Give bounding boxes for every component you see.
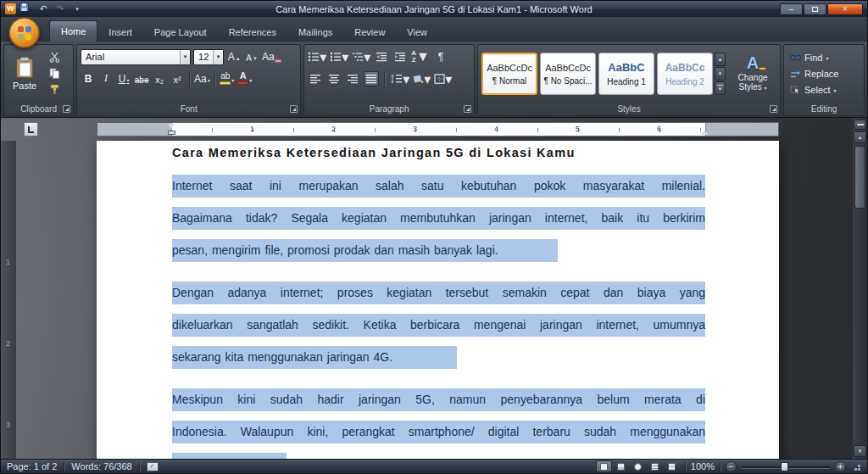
quick-access-dropdown[interactable]: ▾ bbox=[70, 3, 84, 15]
tab-stop-selector[interactable] bbox=[24, 122, 38, 137]
styles-gallery-down-button[interactable]: ▼ bbox=[715, 67, 726, 81]
tab-references[interactable]: References bbox=[218, 23, 287, 42]
minimize-button[interactable]: – bbox=[780, 3, 803, 15]
style-card-normal[interactable]: AaBbCcDc ¶ Normal bbox=[481, 53, 537, 95]
line-spacing-button[interactable]: ▾ bbox=[390, 71, 409, 86]
italic-button[interactable]: I bbox=[98, 71, 114, 86]
office-button[interactable] bbox=[8, 17, 40, 48]
show-paragraph-marks-button[interactable]: ¶ bbox=[433, 49, 448, 64]
styles-gallery-up-button[interactable]: ▲ bbox=[715, 53, 726, 66]
vertical-ruler[interactable]: 1 2 3 bbox=[1, 141, 16, 459]
zoom-in-button[interactable]: + bbox=[835, 461, 846, 472]
font-family-dropdown-icon[interactable]: ▾ bbox=[180, 50, 190, 64]
paragraph-dialog-launcher[interactable] bbox=[464, 105, 471, 113]
underline-button[interactable]: U▾ bbox=[116, 71, 131, 86]
style-card-heading1[interactable]: AaBbC Heading 1 bbox=[598, 53, 654, 95]
vertical-scrollbar[interactable]: ▲ ▼ bbox=[853, 118, 867, 459]
style-card-heading2[interactable]: AaBbCc Heading 2 bbox=[657, 53, 713, 95]
font-size-combo[interactable]: 12 ▾ bbox=[193, 49, 224, 65]
select-button[interactable]: Select ▾ bbox=[787, 83, 860, 97]
redo-button[interactable]: ↷ bbox=[53, 3, 67, 15]
align-right-button[interactable] bbox=[345, 71, 360, 86]
tab-page-layout[interactable]: Page Layout bbox=[143, 23, 218, 42]
undo-button[interactable]: ↶ bbox=[36, 3, 50, 15]
superscript-button[interactable]: x² bbox=[170, 71, 185, 86]
first-line-indent-marker[interactable] bbox=[168, 124, 175, 129]
font-color-button[interactable]: A▾ bbox=[237, 71, 253, 86]
paste-clipboard-icon bbox=[15, 57, 34, 79]
cut-button[interactable] bbox=[47, 51, 62, 64]
zoom-level[interactable]: 100% bbox=[691, 461, 715, 471]
right-indent-marker[interactable] bbox=[701, 130, 708, 135]
strikethrough-button[interactable]: abe bbox=[134, 71, 149, 86]
zoom-out-button[interactable]: − bbox=[726, 461, 737, 472]
tab-mailings[interactable]: Mailings bbox=[287, 23, 343, 42]
draft-view-button[interactable] bbox=[664, 460, 680, 472]
font-family-combo[interactable]: Arial ▾ bbox=[81, 49, 191, 65]
shrink-font-button[interactable]: A▼ bbox=[244, 49, 259, 64]
save-button[interactable] bbox=[19, 3, 33, 15]
font-dialog-launcher[interactable] bbox=[290, 105, 298, 113]
grow-font-button[interactable]: A▲ bbox=[226, 49, 242, 64]
zoom-slider[interactable] bbox=[742, 461, 830, 472]
eraser-icon bbox=[275, 59, 281, 63]
scroll-up-button[interactable]: ▲ bbox=[854, 131, 866, 143]
scroll-down-button[interactable]: ▼ bbox=[854, 445, 866, 457]
change-case-button[interactable]: Aa▾ bbox=[194, 71, 210, 86]
tab-view[interactable]: View bbox=[396, 23, 438, 42]
change-styles-button[interactable]: A Change Styles ▾ bbox=[729, 54, 776, 93]
copy-button[interactable] bbox=[47, 67, 62, 80]
font-color-bar bbox=[237, 81, 248, 85]
word-app-icon[interactable]: W bbox=[5, 3, 16, 14]
subscript-button[interactable]: x₂ bbox=[152, 71, 167, 86]
web-layout-view-button[interactable] bbox=[630, 460, 646, 472]
zoom-slider-thumb[interactable] bbox=[781, 462, 788, 471]
clipboard-dialog-launcher[interactable] bbox=[63, 105, 70, 113]
left-indent-marker[interactable] bbox=[168, 131, 175, 135]
find-button[interactable]: Find ▾ bbox=[787, 51, 860, 64]
outline-view-button[interactable] bbox=[647, 460, 663, 472]
justify-button[interactable] bbox=[364, 71, 379, 86]
borders-button[interactable]: ▾ bbox=[434, 71, 452, 86]
line-spacing-icon bbox=[390, 74, 403, 84]
horizontal-ruler[interactable]: 1 2 3 4 5 6 bbox=[97, 122, 779, 137]
window-title: Cara Memeriksa Ketersediaan Jaringan 5G … bbox=[1, 4, 867, 14]
document-page[interactable]: Cara Memeriksa Ketersediaan Jaringan 5G … bbox=[97, 141, 779, 459]
multilevel-list-button[interactable]: ▾ bbox=[352, 49, 370, 64]
paste-button[interactable]: Paste bbox=[8, 47, 42, 100]
align-center-button[interactable] bbox=[326, 71, 342, 86]
clear-formatting-button[interactable]: Aa bbox=[262, 49, 281, 64]
replace-button[interactable]: Replace bbox=[787, 67, 860, 81]
numbering-button[interactable]: ▾ bbox=[330, 49, 348, 64]
decrease-indent-button[interactable] bbox=[374, 49, 389, 64]
styles-gallery-more-button[interactable]: ▼ bbox=[715, 81, 726, 95]
text-line: pesan, mengirim file, promosi prodak dan… bbox=[172, 234, 705, 266]
tab-review[interactable]: Review bbox=[343, 23, 396, 42]
style-card-no-spacing[interactable]: AaBbCcDc ¶ No Spaci... bbox=[540, 53, 596, 95]
full-screen-icon bbox=[617, 463, 625, 471]
align-left-button[interactable] bbox=[308, 71, 323, 86]
resize-grip[interactable] bbox=[851, 461, 861, 471]
increase-indent-button[interactable] bbox=[392, 49, 408, 64]
maximize-button[interactable] bbox=[804, 3, 826, 15]
text-highlight-button[interactable]: ab▾ bbox=[220, 71, 235, 86]
proofing-status-icon[interactable]: ✓ bbox=[147, 462, 159, 471]
close-button[interactable]: × bbox=[827, 3, 863, 15]
format-painter-button[interactable] bbox=[47, 83, 62, 96]
shading-button[interactable]: ▾ bbox=[413, 71, 431, 86]
full-screen-reading-view-button[interactable] bbox=[613, 460, 629, 472]
ruler-toggle-button[interactable] bbox=[854, 120, 866, 130]
sort-button[interactable]: AZ ▼ bbox=[411, 49, 430, 64]
bullets-icon bbox=[308, 52, 320, 62]
page-indicator[interactable]: Page: 1 of 2 bbox=[7, 461, 57, 471]
more-bar-icon bbox=[717, 85, 723, 86]
scrollbar-thumb[interactable] bbox=[854, 146, 865, 209]
bullets-button[interactable]: ▾ bbox=[308, 49, 326, 64]
bold-button[interactable]: B bbox=[81, 71, 96, 86]
tab-home[interactable]: Home bbox=[49, 20, 97, 42]
word-count-indicator[interactable]: Words: 76/368 bbox=[71, 461, 131, 471]
styles-dialog-launcher[interactable] bbox=[770, 105, 777, 113]
font-size-dropdown-icon[interactable]: ▾ bbox=[213, 50, 223, 64]
print-layout-view-button[interactable] bbox=[596, 460, 612, 472]
tab-insert[interactable]: Insert bbox=[97, 23, 143, 42]
